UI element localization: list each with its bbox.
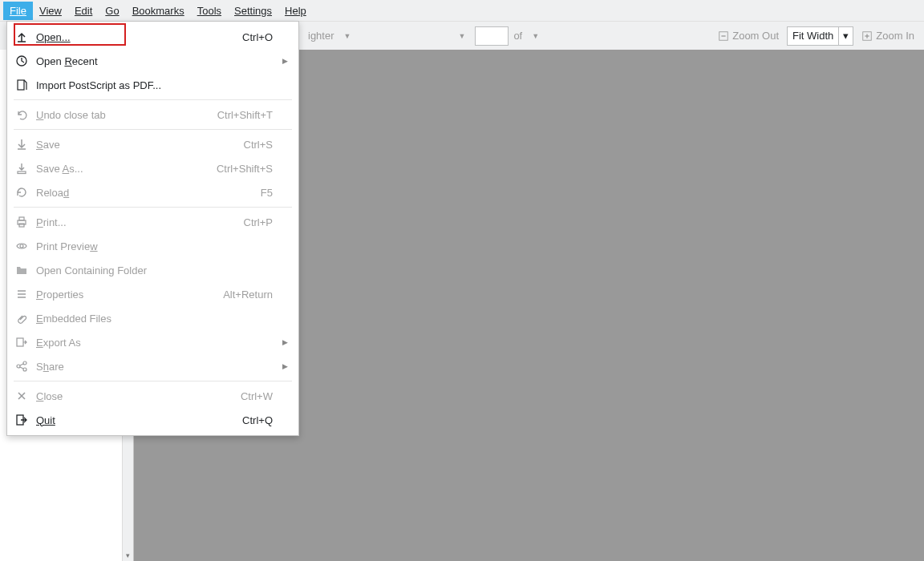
submenu-arrow-icon: ▶ [281, 362, 289, 370]
menuitem-properties-label: Properties [36, 289, 215, 301]
menuitem-print-preview-label: Print Preview [36, 240, 273, 252]
menuitem-save-shortcut: Ctrl+S [244, 139, 273, 151]
menu-file[interactable]: File [3, 2, 33, 20]
menu-separator [14, 99, 292, 100]
menuitem-save-as-label: Save As... [36, 163, 209, 175]
menuitem-properties-shortcut: Alt+Return [223, 289, 273, 301]
menuitem-reload: Reload F5 [7, 180, 298, 204]
attachment-icon [15, 312, 28, 325]
menuitem-share-label: Share [36, 361, 273, 373]
clock-icon [15, 54, 28, 67]
menuitem-print-label: Print... [36, 216, 236, 228]
menu-tools[interactable]: Tools [191, 2, 228, 20]
menuitem-open-shortcut: Ctrl+O [242, 31, 273, 43]
eye-icon [15, 240, 28, 252]
menuitem-save-label: Save [36, 139, 236, 151]
zoom-out-label: Zoom Out [732, 30, 779, 42]
menuitem-undo-close-shortcut: Ctrl+Shift+T [217, 109, 273, 121]
menu-separator [14, 129, 292, 130]
menuitem-open-label: Open... [36, 31, 234, 43]
undo-icon [15, 108, 28, 121]
save-as-icon [15, 162, 28, 175]
menuitem-quit-shortcut: Ctrl+Q [242, 414, 273, 426]
svg-rect-11 [19, 217, 24, 220]
menuitem-close-label: Close [36, 390, 233, 402]
menubar: File View Edit Go Bookmarks Tools Settin… [0, 0, 924, 21]
toolbar-highlighter-drop[interactable]: ▼ [339, 32, 356, 40]
toolbar-page-prev-drop[interactable]: ▼ [453, 32, 470, 40]
menuitem-close: Close Ctrl+W [7, 384, 298, 408]
svg-line-21 [20, 364, 23, 365]
menuitem-quit-label: Quit [36, 414, 234, 426]
folder-icon [15, 264, 28, 276]
toolbar-page-input[interactable] [475, 26, 509, 46]
svg-rect-9 [18, 172, 26, 174]
save-icon [15, 138, 28, 151]
submenu-arrow-icon: ▶ [281, 338, 289, 346]
menu-view[interactable]: View [33, 2, 68, 20]
properties-icon [15, 288, 28, 301]
menuitem-reload-label: Reload [36, 187, 253, 199]
svg-point-18 [17, 365, 20, 368]
menuitem-properties: Properties Alt+Return [7, 282, 298, 306]
share-icon [15, 360, 28, 373]
quit-icon [15, 414, 28, 426]
export-icon [15, 336, 28, 349]
zoom-combo[interactable]: Fit Width ▾ [787, 26, 853, 46]
menu-separator [14, 207, 292, 208]
svg-point-19 [23, 361, 26, 365]
menuitem-undo-close-tab: Undo close tab Ctrl+Shift+T [7, 103, 298, 127]
toolbar-page-next-drop[interactable]: ▼ [527, 32, 544, 40]
svg-line-22 [20, 367, 23, 369]
zoom-combo-drop[interactable]: ▾ [838, 27, 853, 45]
menuitem-save: Save Ctrl+S [7, 132, 298, 156]
menu-bookmarks[interactable]: Bookmarks [126, 2, 191, 20]
menuitem-embedded-label: Embedded Files [36, 313, 273, 325]
menuitem-print-shortcut: Ctrl+P [244, 216, 273, 228]
zoom-in-label: Zoom In [876, 30, 914, 42]
menuitem-open-containing-folder: Open Containing Folder [7, 258, 298, 282]
scroll-down-icon[interactable]: ▾ [123, 550, 133, 561]
open-icon [15, 30, 28, 43]
menu-edit[interactable]: Edit [68, 2, 99, 20]
menu-help[interactable]: Help [278, 2, 313, 20]
zoom-out-button[interactable]: Zoom Out [715, 28, 782, 43]
menu-go[interactable]: Go [99, 2, 125, 20]
menuitem-open[interactable]: Open... Ctrl+O [7, 25, 298, 49]
menu-separator [14, 381, 292, 381]
menuitem-quit[interactable]: Quit Ctrl+Q [7, 408, 298, 432]
zoom-in-button[interactable]: Zoom In [858, 28, 918, 43]
menuitem-open-folder-label: Open Containing Folder [36, 264, 273, 276]
close-icon [15, 389, 28, 402]
menu-settings[interactable]: Settings [228, 2, 278, 20]
menuitem-import-ps[interactable]: Import PostScript as PDF... [7, 73, 298, 97]
menuitem-export-as: Export As ▶ [7, 330, 298, 354]
submenu-arrow-icon: ▶ [281, 57, 289, 65]
import-icon [15, 79, 28, 91]
menuitem-open-recent-label: Open Recent [36, 55, 273, 67]
svg-point-13 [20, 244, 23, 248]
menuitem-embedded-files: Embedded Files [7, 306, 298, 330]
zoom-combo-value: Fit Width [788, 30, 838, 42]
menuitem-open-recent[interactable]: Open Recent ▶ [7, 49, 298, 73]
menuitem-save-as-shortcut: Ctrl+Shift+S [217, 163, 273, 175]
svg-rect-17 [17, 338, 23, 346]
menuitem-share: Share ▶ [7, 354, 298, 378]
menuitem-undo-close-label: Undo close tab [36, 109, 209, 121]
zoom-in-icon [861, 30, 873, 42]
toolbar-highlighter-label: ighter [308, 30, 334, 42]
menuitem-reload-shortcut: F5 [261, 187, 273, 199]
zoom-out-icon [718, 30, 729, 42]
svg-point-20 [23, 368, 26, 371]
menuitem-print-preview: Print Preview [7, 234, 298, 258]
menuitem-close-shortcut: Ctrl+W [241, 390, 273, 402]
menuitem-print: Print... Ctrl+P [7, 210, 298, 234]
reload-icon [15, 186, 28, 199]
svg-rect-7 [18, 80, 24, 90]
menuitem-export-as-label: Export As [36, 337, 273, 349]
file-menu-dropdown: Open... Ctrl+O Open Recent ▶ Import Post… [6, 21, 299, 436]
toolbar-of-label: of [513, 30, 522, 42]
print-icon [15, 216, 28, 228]
menuitem-import-ps-label: Import PostScript as PDF... [36, 79, 273, 91]
menuitem-save-as: Save As... Ctrl+Shift+S [7, 156, 298, 180]
